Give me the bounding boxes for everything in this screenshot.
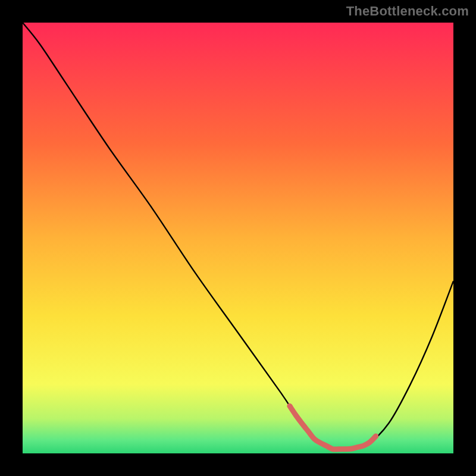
attribution-label: TheBottleneck.com [346,4,469,19]
bottleneck-curve [23,23,453,453]
chart-container: TheBottleneck.com [0,0,476,476]
plot-area [23,23,453,453]
